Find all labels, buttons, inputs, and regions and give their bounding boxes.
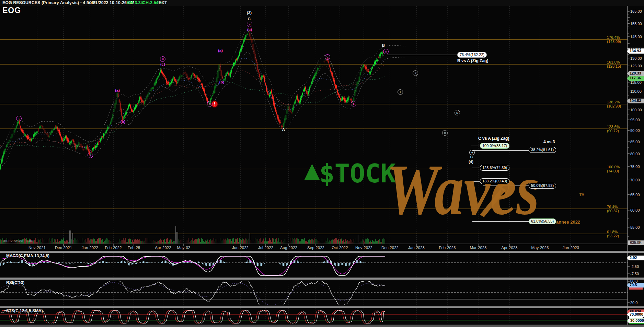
wave-circle-label: I: [398, 89, 403, 95]
wave-circle-label: IV: [455, 110, 460, 115]
date-axis-label[interactable]: Feb-28: [128, 246, 140, 250]
wave-circle-label: III: [160, 56, 165, 62]
wave-circle-label: iv: [207, 101, 212, 106]
wave-label: (b): [219, 80, 225, 84]
price-tick-label: 95.00: [630, 118, 640, 122]
price-tick-label: 155.00: [630, 22, 642, 26]
wave-label: B: [382, 43, 385, 47]
price-tick-label: 85.00: [630, 140, 640, 144]
price-tick-label: 75.00: [630, 165, 640, 169]
rsi-panel-title: RSI(C,13): [6, 280, 24, 285]
price-badge-120-33: 120.33: [627, 71, 644, 76]
chart-header-bar: EOG RESOURCES (Primary Analysis) - 4 hou…: [0, 0, 644, 6]
trading-app-window: $TOCK Waves TM motivewave.com 76.4%(132.…: [0, 0, 644, 327]
chart-overlay-layer: 76.4%(132.22) B vs A (Zig Zag) C vs A (Z…: [0, 0, 644, 327]
rsi-value-badge: 79.5: [627, 283, 644, 287]
price-tick-label: 60.00: [630, 208, 640, 212]
price-tick-label: 70.00: [630, 178, 640, 182]
sts-lower-badge: 30.0000: [627, 318, 644, 324]
fib-level-label: 76.4%(60.37): [607, 205, 625, 213]
four-vs-three-title: 4 vs 3: [543, 139, 555, 144]
price-tick-label: 125.00: [630, 64, 642, 68]
header-change: CH:3.34: [127, 0, 143, 5]
wave-circle-label: c: [383, 49, 389, 54]
wave-label: A: [282, 127, 285, 132]
date-axis-label[interactable]: Jun-2023: [563, 246, 579, 250]
wave-circle-label: v: [469, 150, 475, 155]
wave-circle-label: v: [247, 22, 252, 27]
wave-label: (c): [160, 62, 165, 66]
wave-label: C: [248, 17, 251, 21]
retrace-618-label[interactable]: 61.8%(56.55): [529, 218, 556, 224]
wave-circle-label: b: [351, 101, 356, 106]
date-axis-label[interactable]: Aug-2022: [280, 246, 297, 250]
wave-circle-label: III: [442, 130, 448, 136]
price-badge-104-53: 104.53: [627, 99, 644, 103]
retrace-50-label[interactable]: 50.0%(67.93): [529, 183, 556, 189]
date-axis-label[interactable]: Apr-2022: [155, 246, 171, 250]
price-tick-label: 100.00: [630, 108, 642, 112]
date-axis-label[interactable]: Jan-2022: [82, 246, 98, 250]
wave-label: (c): [247, 27, 252, 32]
c-target-label[interactable]: 100.0%(83.17): [480, 143, 509, 149]
date-axis-label[interactable]: Feb-2022: [105, 246, 122, 250]
fib-level-label: 100.0%(74.00): [607, 165, 625, 173]
sts-upper-badge: 70.0000: [627, 312, 644, 317]
wave-label: C: [470, 155, 473, 159]
symbol-label: EOG: [2, 6, 21, 15]
price-badge-134-93: 134.93: [627, 49, 644, 54]
alert-icon[interactable]: !: [212, 101, 218, 107]
fib-level-label: 161.8%(126.15): [607, 60, 625, 68]
price-tick-label: 80.00: [630, 152, 640, 156]
wave-circle-label: II: [413, 70, 418, 76]
sts-panel-title: STS(C,12,3,5,SMA): [6, 308, 43, 313]
date-axis-label[interactable]: Feb-2023: [439, 246, 456, 250]
date-axis-label[interactable]: Jan-2023: [408, 246, 425, 250]
date-axis-label[interactable]: Nov-2022: [355, 246, 372, 250]
wave-circle-label: I: [16, 116, 22, 121]
date-axis-label[interactable]: Apr-2023: [501, 246, 517, 250]
date-axis-label[interactable]: Jun-2022: [232, 246, 249, 250]
date-axis-label[interactable]: May-02: [177, 246, 190, 250]
date-axis-label[interactable]: Jul-2022: [258, 246, 273, 250]
rsi-tick-label: 80.0: [630, 279, 637, 283]
price-tick-label: 55.00: [630, 225, 640, 229]
retrace-38-label[interactable]: 38.2%(81.61): [529, 147, 556, 153]
fib-level-label: 61.8%(53.22): [607, 230, 625, 238]
wave-label: (3): [247, 11, 252, 15]
date-axis-label[interactable]: Oct-2022: [332, 246, 348, 250]
date-axis-label[interactable]: Dec-2021: [55, 246, 72, 250]
date-axis-label[interactable]: Sep-2022: [307, 246, 324, 250]
b-target-label[interactable]: 76.4%(132.22): [457, 52, 487, 58]
macd-tick-label: -2.50: [630, 264, 639, 269]
fib-level-label: 123.6%(90.72): [607, 125, 625, 133]
wave-circle-label: a: [325, 54, 330, 60]
price-tick-label: 130.00: [630, 56, 642, 60]
wave-label: (4): [469, 160, 473, 164]
price-tick-label: 145.00: [630, 35, 642, 39]
b-vs-a-title: B vs A (Zig Zag): [457, 58, 488, 63]
volume-axis-badge: 635.0K: [628, 240, 644, 245]
date-axis-label[interactable]: Nov-2021: [28, 246, 46, 250]
author-credit: annes 2022: [556, 219, 580, 225]
ext-1236-label[interactable]: 123.6%(74.39): [480, 165, 509, 171]
date-axis-label[interactable]: Mar-2023: [470, 246, 486, 250]
chart-title: EOG RESOURCES (Primary Analysis) - 4 hou…: [2, 0, 96, 5]
wave-label: (b): [120, 120, 126, 124]
macd-tick-label: -7.50: [630, 272, 639, 276]
c-vs-a-title: C vs A (Zig Zag): [478, 136, 509, 141]
price-tick-label: 65.00: [630, 193, 640, 197]
macd-panel-title: MACD(C,EMA,13,34,8): [6, 253, 49, 258]
price-tick-label: 165.00: [630, 9, 642, 13]
header-session-badge: EXT: [159, 0, 167, 5]
price-tick-label: 115.00: [630, 80, 642, 84]
wave-circle-label: II: [88, 153, 93, 158]
wave-label: (a): [115, 88, 120, 92]
date-axis-label[interactable]: Dec-2022: [381, 246, 399, 250]
macd-value-badge: 2.92: [627, 256, 644, 260]
price-badge-117-36: 117.36: [627, 76, 644, 81]
ext-1382-label[interactable]: 138.2%(69.43): [480, 178, 509, 184]
fib-level-label: 176.4%(143.09): [607, 35, 625, 44]
date-axis-label[interactable]: May-2023: [531, 246, 549, 250]
rsi-tick-label: 20.0: [630, 301, 637, 305]
